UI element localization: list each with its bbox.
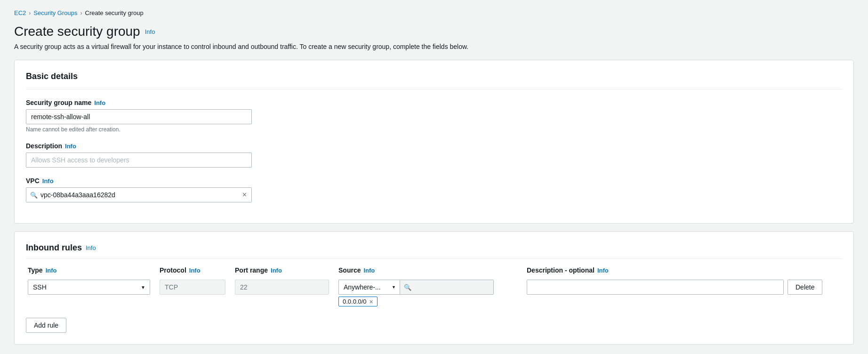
breadcrumb-current: Create security group bbox=[85, 9, 144, 16]
vpc-info[interactable]: Info bbox=[42, 177, 54, 185]
security-group-name-group: Security group name Info Name cannot be … bbox=[26, 99, 842, 133]
security-group-name-label: Security group name Info bbox=[26, 99, 842, 106]
port-range-cell: 22 bbox=[233, 278, 337, 297]
add-rule-button[interactable]: Add rule bbox=[26, 318, 66, 333]
description-input[interactable] bbox=[26, 153, 252, 168]
col-header-type: Type Info bbox=[26, 266, 158, 274]
col-header-protocol: Protocol Info bbox=[158, 266, 233, 274]
protocol-field: TCP bbox=[160, 280, 225, 295]
page-header: Create security group Info bbox=[14, 24, 854, 39]
basic-details-title: Basic details bbox=[26, 72, 842, 89]
col-header-actions bbox=[786, 266, 842, 274]
description-col-info[interactable]: Info bbox=[597, 267, 609, 274]
cidr-value: 0.0.0.0/0 bbox=[343, 298, 367, 305]
vpc-label: VPC Info bbox=[26, 177, 842, 185]
security-group-name-info[interactable]: Info bbox=[94, 99, 105, 106]
breadcrumb-separator-1: › bbox=[29, 10, 31, 16]
page-description: A security group acts as a virtual firew… bbox=[14, 43, 854, 50]
port-range-field: 22 bbox=[235, 280, 329, 295]
inbound-rules-card: Inbound rules Info Type Info Protocol In… bbox=[14, 231, 854, 345]
inbound-rules-info[interactable]: Info bbox=[86, 244, 96, 251]
security-group-name-input[interactable] bbox=[26, 109, 252, 124]
type-select-wrapper: SSH HTTP HTTPS Custom TCP ▼ bbox=[28, 280, 150, 295]
inbound-rules-header: Inbound rules Info bbox=[26, 243, 842, 259]
col-header-source: Source Info bbox=[337, 266, 525, 274]
description-cell bbox=[525, 278, 786, 297]
breadcrumb: EC2 › Security Groups › Create security … bbox=[14, 9, 854, 16]
vpc-input[interactable] bbox=[40, 191, 241, 199]
inbound-rules-table-header: Type Info Protocol Info Port range Info … bbox=[26, 266, 842, 274]
page-info-link[interactable]: Info bbox=[145, 28, 155, 35]
source-search-icon: 🔍 bbox=[404, 284, 411, 291]
rule-description-input[interactable] bbox=[527, 280, 784, 295]
inbound-rules-title: Inbound rules bbox=[26, 243, 82, 253]
vpc-clear-button[interactable]: × bbox=[241, 191, 248, 199]
source-dropdown-wrapper: Anywhere-... Anywhere-IPv6 Custom My IP … bbox=[338, 280, 400, 295]
type-col-info[interactable]: Info bbox=[46, 267, 57, 274]
protocol-cell: TCP bbox=[158, 278, 233, 297]
col-header-description: Description - optional Info bbox=[525, 266, 786, 274]
breadcrumb-security-groups[interactable]: Security Groups bbox=[33, 9, 77, 16]
breadcrumb-separator-2: › bbox=[80, 10, 82, 16]
breadcrumb-ec2[interactable]: EC2 bbox=[14, 9, 26, 16]
protocol-col-info[interactable]: Info bbox=[189, 267, 201, 274]
cidr-tag: 0.0.0.0/0 × bbox=[338, 297, 378, 306]
add-rule-container: Add rule bbox=[26, 310, 842, 333]
description-info[interactable]: Info bbox=[65, 143, 76, 150]
source-search-box: 🔍 bbox=[400, 280, 494, 295]
source-cell: Anywhere-... Anywhere-IPv6 Custom My IP … bbox=[337, 278, 525, 308]
vpc-input-wrapper: 🔍 × bbox=[26, 187, 252, 202]
delete-cell: Delete bbox=[786, 278, 842, 297]
source-select[interactable]: Anywhere-... Anywhere-IPv6 Custom My IP bbox=[338, 280, 400, 295]
description-group: Description Info bbox=[26, 142, 842, 168]
port-range-col-info[interactable]: Info bbox=[271, 267, 282, 274]
basic-details-card: Basic details Security group name Info N… bbox=[14, 60, 854, 224]
type-select[interactable]: SSH HTTP HTTPS Custom TCP bbox=[28, 280, 150, 295]
description-label: Description Info bbox=[26, 142, 842, 150]
type-cell: SSH HTTP HTTPS Custom TCP ▼ bbox=[26, 278, 158, 297]
security-group-name-hint: Name cannot be edited after creation. bbox=[26, 126, 842, 133]
source-col-info[interactable]: Info bbox=[363, 267, 375, 274]
vpc-search-icon: 🔍 bbox=[30, 192, 38, 199]
source-wrapper: Anywhere-... Anywhere-IPv6 Custom My IP … bbox=[338, 280, 523, 306]
page-title: Create security group bbox=[14, 24, 140, 39]
page-container: EC2 › Security Groups › Create security … bbox=[0, 0, 868, 354]
col-header-port-range: Port range Info bbox=[233, 266, 337, 274]
source-select-wrapper: Anywhere-... Anywhere-IPv6 Custom My IP … bbox=[338, 280, 523, 295]
vpc-group: VPC Info 🔍 × bbox=[26, 177, 842, 202]
cidr-tag-container: 0.0.0.0/0 × bbox=[338, 297, 523, 306]
delete-rule-button[interactable]: Delete bbox=[788, 280, 822, 295]
cidr-remove-button[interactable]: × bbox=[370, 298, 373, 305]
table-row: SSH HTTP HTTPS Custom TCP ▼ TCP 22 bbox=[26, 278, 842, 308]
